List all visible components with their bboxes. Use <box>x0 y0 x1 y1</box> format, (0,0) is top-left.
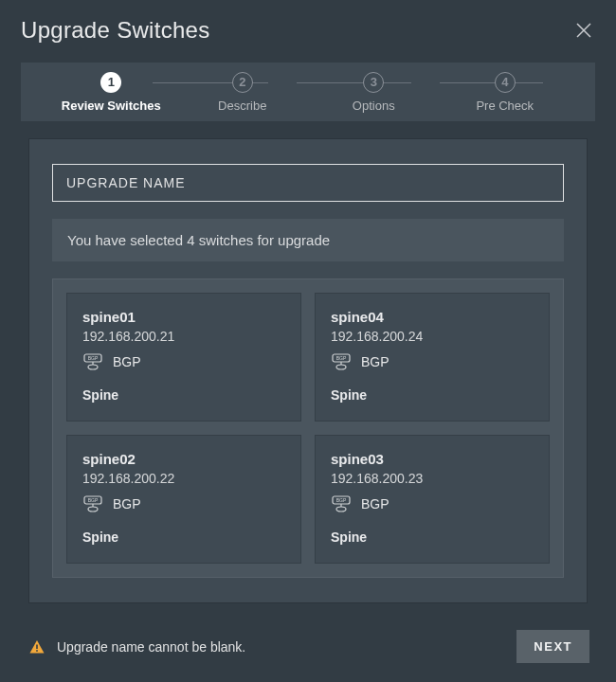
svg-point-17 <box>336 507 346 512</box>
switch-name: spine03 <box>331 451 534 467</box>
modal-footer: Upgrade name cannot be blank. NEXT <box>0 617 616 682</box>
selection-info-banner: You have selected 4 switches for upgrade <box>52 219 564 261</box>
step-number: 1 <box>100 72 121 93</box>
switch-ip: 192.168.200.21 <box>82 329 285 344</box>
svg-text:BGP: BGP <box>336 497 347 503</box>
stepper: 1 Review Switches 2 Describe 3 Options 4… <box>21 63 595 121</box>
step-number: 3 <box>363 72 384 93</box>
bgp-icon: BGP <box>82 495 103 512</box>
switch-role: Spine <box>331 387 534 403</box>
switch-name: spine01 <box>82 309 285 325</box>
switch-card[interactable]: spine02 192.168.200.22 BGP BGP Spine <box>66 435 301 564</box>
switch-ip: 192.168.200.24 <box>331 329 534 344</box>
step-options[interactable]: 3 Options <box>308 72 440 113</box>
protocol-row: BGP BGP <box>82 353 285 370</box>
protocol-row: BGP BGP <box>331 353 534 370</box>
bgp-icon: BGP <box>82 353 103 370</box>
bgp-icon: BGP <box>331 495 352 512</box>
svg-rect-18 <box>36 644 38 649</box>
protocol-row: BGP BGP <box>82 495 285 512</box>
step-label: Describe <box>218 99 266 113</box>
switch-ip: 192.168.200.23 <box>331 471 534 486</box>
step-number: 2 <box>232 72 253 93</box>
close-button[interactable] <box>572 19 595 42</box>
svg-point-13 <box>88 507 98 512</box>
step-pre-check[interactable]: 4 Pre Check <box>440 72 571 113</box>
protocol-row: BGP BGP <box>331 495 534 512</box>
protocol-label: BGP <box>361 496 390 512</box>
svg-text:BGP: BGP <box>336 355 347 361</box>
modal-header: Upgrade Switches <box>0 0 616 53</box>
step-review-switches[interactable]: 1 Review Switches <box>45 72 177 113</box>
switch-name: spine04 <box>331 309 534 325</box>
step-number: 4 <box>495 72 516 93</box>
footer-warning: Upgrade name cannot be blank. <box>28 638 245 655</box>
next-button[interactable]: NEXT <box>516 630 589 663</box>
switch-ip: 192.168.200.22 <box>82 471 285 486</box>
warning-icon <box>28 638 45 655</box>
step-label: Pre Check <box>476 99 534 113</box>
switch-role: Spine <box>331 529 534 545</box>
warning-text: Upgrade name cannot be blank. <box>57 639 245 655</box>
step-label: Review Switches <box>62 99 161 113</box>
modal-title: Upgrade Switches <box>21 17 210 44</box>
protocol-label: BGP <box>361 354 390 369</box>
step-describe[interactable]: 2 Describe <box>177 72 309 113</box>
close-icon <box>574 21 593 40</box>
switch-role: Spine <box>82 387 285 403</box>
switch-card[interactable]: spine04 192.168.200.24 BGP BGP Spine <box>315 293 550 422</box>
upgrade-switches-modal: Upgrade Switches 1 Review Switches 2 Des… <box>0 0 616 682</box>
svg-point-5 <box>88 365 98 369</box>
switch-card[interactable]: spine03 192.168.200.23 BGP BGP Spine <box>315 435 550 564</box>
switch-card[interactable]: spine01 192.168.200.21 BGP BGP Spine <box>66 293 301 422</box>
svg-point-9 <box>336 365 346 369</box>
svg-rect-19 <box>36 650 38 652</box>
switch-name: spine02 <box>82 451 285 467</box>
upgrade-name-input[interactable] <box>52 164 564 202</box>
content-panel: You have selected 4 switches for upgrade… <box>28 138 588 603</box>
switch-role: Spine <box>82 529 285 545</box>
bgp-icon: BGP <box>331 353 352 370</box>
svg-text:BGP: BGP <box>88 497 99 503</box>
svg-text:BGP: BGP <box>88 355 99 361</box>
step-label: Options <box>353 99 395 113</box>
step-line <box>297 82 411 83</box>
switch-grid: spine01 192.168.200.21 BGP BGP Spine spi… <box>52 278 564 578</box>
protocol-label: BGP <box>113 496 141 512</box>
step-line <box>440 82 543 83</box>
protocol-label: BGP <box>113 354 141 369</box>
